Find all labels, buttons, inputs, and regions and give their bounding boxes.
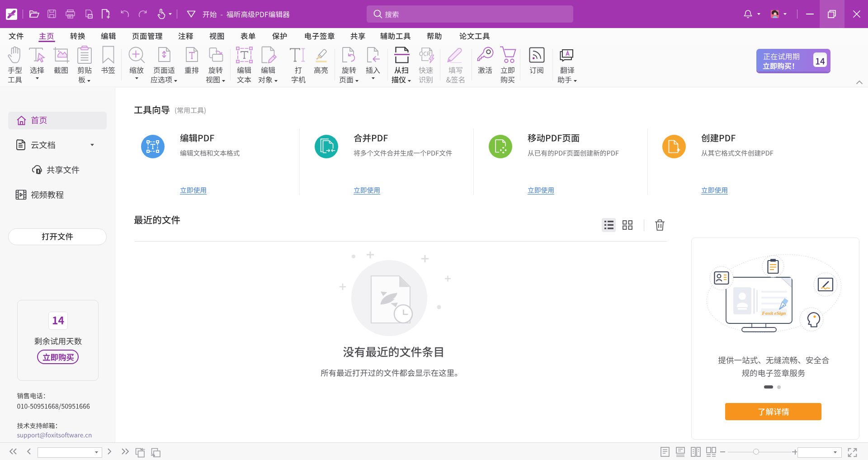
svg-text:Foxit eSign: Foxit eSign: [762, 310, 786, 316]
